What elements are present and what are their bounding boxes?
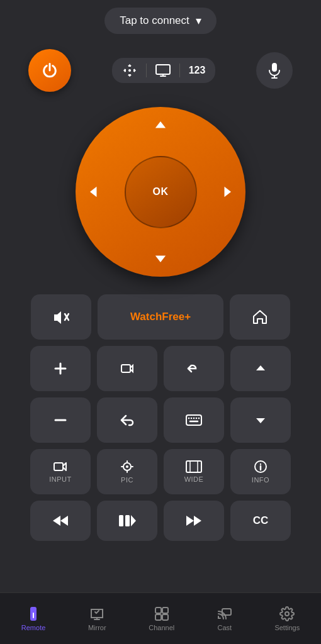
top-controls: 123 [28, 49, 293, 92]
return-button[interactable] [164, 346, 224, 391]
svg-rect-37 [162, 608, 168, 613]
power-button[interactable] [28, 49, 71, 92]
playpause-button[interactable] [97, 501, 157, 541]
row-1: WatchFree+ [22, 294, 299, 340]
button-grid: WatchFree+ [22, 294, 299, 541]
dpad-right-button[interactable] [218, 183, 235, 201]
svg-rect-39 [162, 614, 168, 620]
mic-button[interactable] [256, 52, 293, 89]
svg-point-25 [260, 464, 261, 465]
input-source-button[interactable] [97, 346, 157, 391]
nav-settings[interactable]: Settings [274, 606, 300, 631]
watchfree-button[interactable]: WatchFree+ [98, 294, 223, 340]
svg-marker-30 [131, 515, 136, 526]
middle-controls [97, 346, 157, 443]
svg-marker-26 [60, 516, 68, 526]
nav-channel[interactable]: Channel [149, 606, 174, 631]
info-label: INFO [252, 476, 269, 484]
mute-button[interactable] [31, 294, 91, 340]
back-button[interactable] [97, 397, 157, 443]
svg-marker-27 [53, 516, 60, 526]
svg-rect-18 [54, 463, 63, 470]
rewind-button[interactable] [30, 501, 91, 541]
vol-down-button[interactable] [30, 397, 91, 443]
fastforward-button[interactable] [164, 501, 224, 541]
pic-button[interactable]: PIC [97, 449, 157, 494]
chevron-down-icon: ▾ [196, 14, 201, 28]
ch-down-button[interactable] [230, 397, 291, 443]
svg-point-0 [128, 70, 130, 72]
nav-remote-label: Remote [21, 624, 46, 631]
divider [146, 64, 147, 77]
connect-bar[interactable]: Tap to connect ▾ [104, 8, 217, 34]
wide-label: WIDE [184, 475, 204, 483]
info-button[interactable]: INFO [230, 449, 291, 494]
row-playback: CC [22, 501, 299, 541]
dpad-left-button[interactable] [86, 183, 103, 201]
svg-rect-38 [155, 614, 161, 620]
svg-rect-1 [156, 65, 170, 74]
svg-rect-21 [186, 461, 201, 472]
nav-mirror-label: Mirror [88, 624, 106, 631]
ch-up-button[interactable] [230, 346, 291, 391]
input-mode-group: 123 [112, 58, 216, 83]
svg-point-20 [126, 465, 128, 468]
home-button[interactable] [230, 294, 290, 340]
svg-point-41 [285, 612, 289, 616]
svg-marker-32 [194, 516, 201, 526]
svg-marker-31 [186, 516, 194, 526]
move-icon-button[interactable] [122, 63, 137, 78]
svg-rect-11 [186, 415, 201, 425]
svg-rect-28 [119, 515, 123, 526]
dpad: OK [76, 107, 245, 277]
middle-controls-2 [164, 346, 224, 443]
ok-button[interactable]: OK [125, 156, 197, 228]
wide-button[interactable]: WIDE [164, 449, 224, 494]
row-input: INPUT PIC WIDE INFO [22, 449, 299, 494]
keyboard-button[interactable] [164, 397, 224, 443]
tv-icon-button[interactable] [155, 64, 171, 77]
svg-rect-29 [125, 515, 130, 526]
vol-up-button[interactable] [30, 346, 91, 391]
svg-rect-22 [190, 461, 198, 472]
channel-controls [230, 346, 291, 443]
dpad-down-button[interactable] [152, 249, 169, 267]
input-button[interactable]: INPUT [30, 449, 91, 494]
dpad-up-button[interactable] [152, 117, 169, 135]
nav-cast[interactable]: Cast [217, 606, 232, 631]
svg-rect-2 [272, 63, 277, 72]
volume-controls [30, 346, 91, 443]
bottom-nav: Remote Mirror Channel Cast Settings [0, 592, 321, 644]
nav-cast-label: Cast [218, 624, 232, 631]
pic-label: PIC [121, 476, 133, 484]
input-label: INPUT [49, 475, 72, 483]
dpad-outer: OK [76, 107, 245, 277]
svg-point-34 [33, 609, 35, 611]
svg-rect-10 [121, 365, 130, 372]
nav-channel-label: Channel [149, 624, 174, 631]
nav-remote[interactable]: Remote [21, 606, 46, 631]
cc-button[interactable]: CC [230, 501, 291, 541]
svg-rect-36 [155, 608, 161, 613]
nav-settings-label: Settings [274, 624, 300, 631]
vol-ch-grid [22, 346, 299, 443]
connect-label: Tap to connect [120, 14, 189, 27]
nav-mirror[interactable]: Mirror [88, 606, 106, 631]
num-label[interactable]: 123 [189, 65, 206, 76]
divider [179, 64, 180, 77]
